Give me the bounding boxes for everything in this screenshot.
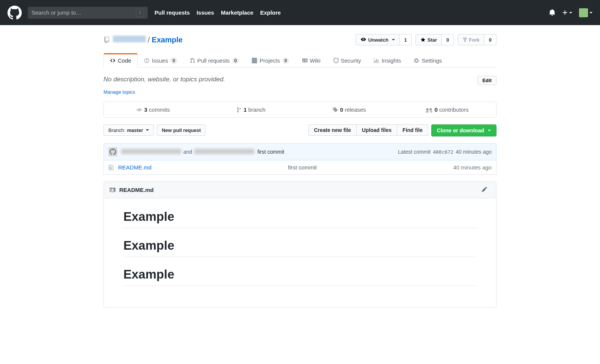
search-input[interactable] [32,9,136,16]
file-time: 40 minutes ago [453,164,492,171]
star-group: Star 0 [416,34,454,45]
tab-security[interactable]: Security [327,53,368,67]
nav-marketplace[interactable]: Marketplace [221,9,254,16]
commit-time: 40 minutes ago [456,149,492,155]
repo-separator: / [148,36,150,44]
tab-pull-requests[interactable]: Pull requests0 [184,53,245,67]
readme-heading: Example [123,210,477,228]
readme-content: Example Example Example [104,198,496,307]
edit-readme-icon[interactable] [482,186,491,193]
readme-heading: Example [123,267,477,286]
readme-heading: Example [123,238,477,257]
repo-title: / Example [104,36,183,44]
github-logo[interactable] [8,6,22,20]
edit-description-button[interactable]: Edit [477,76,496,85]
search-box[interactable]: / [28,7,148,19]
commit-avatar [108,147,117,156]
tab-issues[interactable]: Issues0 [138,53,184,67]
file-name-link[interactable]: README.md [118,164,152,171]
fork-group: Fork 0 [458,34,496,45]
readme-filename: README.md [119,187,154,193]
stat-releases[interactable]: 0 releases [300,102,398,117]
commit-author-1[interactable] [121,149,181,155]
repo-name-link[interactable]: Example [152,36,183,44]
repo-owner-link[interactable] [113,36,146,44]
user-avatar [579,8,588,17]
commit-author-2[interactable] [194,149,254,155]
file-icon [108,165,114,171]
star-count[interactable]: 0 [442,34,454,45]
slash-shortcut-icon: / [136,9,144,17]
clone-download-button[interactable]: Clone or download [431,124,496,136]
notifications-icon[interactable] [549,9,555,16]
tab-code[interactable]: Code [104,53,138,67]
watch-group: Unwatch 1 [356,34,412,45]
tab-insights[interactable]: Insights [368,53,408,67]
stat-commits[interactable]: 3 commits [104,102,202,117]
latest-commit-label: Latest commit [398,149,430,155]
repo-description: No description, website, or topics provi… [104,76,225,83]
tab-wiki[interactable]: Wiki [296,53,327,67]
nav-issues[interactable]: Issues [196,9,214,16]
unwatch-button[interactable]: Unwatch [356,34,400,45]
repo-stats-bar: 3 commits 1 branch 0 releases 0 contribu… [104,102,496,118]
commit-message[interactable]: first commit [257,149,284,155]
new-pull-request-button[interactable]: New pull request [157,124,206,136]
user-avatar-menu[interactable] [579,8,592,17]
branch-select-button[interactable]: Branch: master [104,124,154,136]
nav-pull-requests[interactable]: Pull requests [154,9,190,16]
tab-settings[interactable]: Settings [407,53,448,67]
stat-contributors[interactable]: 0 contributors [398,102,496,117]
upload-files-button[interactable]: Upload files [356,124,397,136]
commit-sha[interactable]: 480c672 [433,149,453,155]
commit-and: and [183,149,192,155]
file-commit-message[interactable]: first commit [152,164,453,171]
book-icon [109,187,116,193]
header-nav: Pull requests Issues Marketplace Explore [154,9,281,16]
find-file-button[interactable]: Find file [397,124,428,136]
global-header: / Pull requests Issues Marketplace Explo… [0,0,600,25]
manage-topics-link[interactable]: Manage topics [104,89,135,95]
readme-box: README.md Example Example Example [104,181,496,308]
latest-commit-bar: and first commit Latest commit 480c672 4… [104,143,496,160]
readme-header: README.md [104,182,496,198]
create-new-file-button[interactable]: Create new file [308,124,356,136]
create-new-icon[interactable] [562,10,572,15]
repo-tabs: Code Issues0 Pull requests0 Projects0 Wi… [104,53,496,67]
file-row: README.md first commit 40 minutes ago [104,160,496,175]
nav-explore[interactable]: Explore [260,9,281,16]
tab-projects[interactable]: Projects0 [245,53,296,67]
fork-count[interactable]: 0 [484,34,496,45]
watch-count[interactable]: 1 [400,34,412,45]
stat-branches[interactable]: 1 branch [202,102,300,117]
fork-button[interactable]: Fork [458,34,484,45]
star-button[interactable]: Star [416,34,442,45]
